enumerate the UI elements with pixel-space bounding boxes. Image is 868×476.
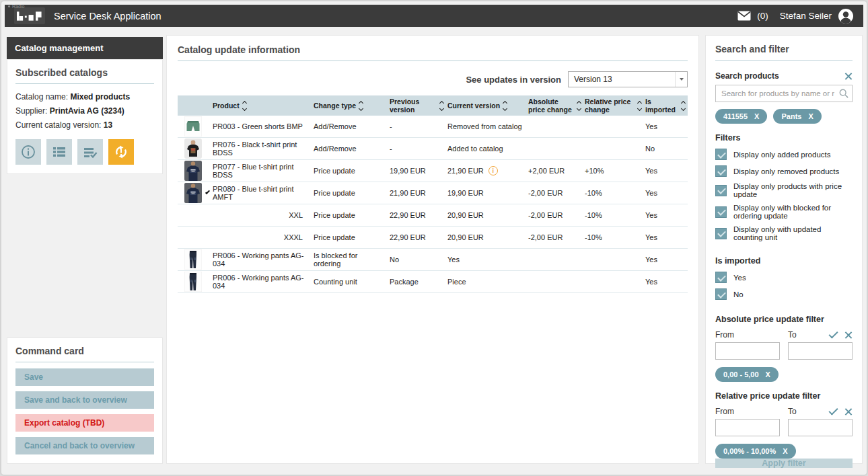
chip-label: 0,00 - 5,00 <box>723 370 759 379</box>
product-thumbnail <box>184 249 202 270</box>
command-button[interactable]: Save and back to overview <box>15 391 154 409</box>
is-imported-title: Is imported <box>715 256 853 266</box>
product-thumbnail <box>184 138 202 159</box>
command-button[interactable]: Cancel and back to overview <box>15 437 154 454</box>
product-image-work-pants <box>184 249 202 270</box>
product-cell: PR006 - Working pants AG-034 <box>213 274 314 290</box>
subscribed-catalogs-title: Subscribed catalogs <box>15 67 154 84</box>
user-name[interactable]: Stefan Seiler <box>780 11 832 21</box>
field-value: Mixed products <box>70 92 130 102</box>
sort-icon[interactable] <box>440 102 443 110</box>
table-row: PR006 - Working pants AG-034 Is blocked … <box>178 249 688 271</box>
command-card-title: Command card <box>15 346 154 362</box>
product-thumb-cell <box>178 272 213 292</box>
search-filter-panel: Search and filter Search products 411555… <box>705 35 863 464</box>
table-column-header[interactable]: Previous version <box>390 97 447 114</box>
sort-icon[interactable] <box>577 102 581 110</box>
clear-search-icon[interactable] <box>844 72 853 81</box>
chip-close-icon[interactable]: X <box>783 447 787 455</box>
field-value: 13 <box>104 120 112 130</box>
table-column-header[interactable]: Is imported <box>645 97 689 114</box>
checkbox[interactable] <box>715 185 727 196</box>
rel-filter-confirm-icon[interactable] <box>828 405 838 415</box>
change-type-cell: Add/Remove <box>314 122 390 130</box>
chip-label: 411555 <box>723 112 748 120</box>
checkbox[interactable] <box>715 288 727 300</box>
sort-icon[interactable] <box>359 102 363 110</box>
sidebar-header-catalog-management: Catalog management <box>7 37 163 59</box>
table-column-header[interactable]: Product <box>213 102 314 110</box>
sort-icon[interactable] <box>682 102 685 110</box>
filter-option: Display only with updated counting unit <box>715 225 853 241</box>
user-avatar-icon[interactable] <box>838 8 854 24</box>
sort-icon[interactable] <box>503 102 507 110</box>
product-cell: PR080 - Blue t-shirt print AMFT <box>213 185 314 201</box>
abs-from-input[interactable] <box>715 342 780 360</box>
checkbox[interactable] <box>715 165 727 177</box>
filters-checkbox-list: Display only added products Display only… <box>715 149 853 247</box>
catalog-info-field: Supplier: PrintAvia AG (3234) <box>15 104 154 118</box>
imported-option: Yes <box>715 272 853 283</box>
previous-version-cell: 22,90 EUR <box>390 233 447 241</box>
checkbox[interactable] <box>715 206 727 218</box>
table-column-header[interactable]: Current version <box>447 102 528 110</box>
list-check-icon <box>83 145 98 159</box>
catalog-sync-alert-button[interactable] <box>108 139 134 165</box>
filters-title: Filters <box>715 133 853 143</box>
table-column-header[interactable]: Relative price change <box>585 97 645 114</box>
column-header-label: Previous version <box>390 97 437 114</box>
checkbox-label: Display only with blocked for ordering u… <box>733 204 853 220</box>
catalog-validate-button[interactable] <box>77 139 103 165</box>
catalog-info-field: Catalog name: Mixed products <box>15 90 154 104</box>
checkbox[interactable] <box>715 149 727 160</box>
mail-icon[interactable] <box>737 11 751 21</box>
rel-to-input[interactable] <box>788 419 853 436</box>
table-row: PR080 - Blue t-shirt print AMFT Price up… <box>178 182 688 204</box>
rel-range-chip[interactable]: 0,00% - 10,00% X <box>715 444 796 459</box>
previous-version-cell: - <box>390 122 447 130</box>
rel-filter-clear-icon[interactable] <box>844 407 853 416</box>
abs-range-chip[interactable]: 0,00 - 5,00 X <box>715 367 779 382</box>
column-header-label: Product <box>213 102 240 110</box>
apply-filter-button[interactable]: Apply filter <box>715 459 853 468</box>
abs-to-input[interactable] <box>788 342 853 360</box>
command-buttons: Save Save and back to overview Export ca… <box>15 368 154 454</box>
catalog-list-button[interactable] <box>46 139 72 165</box>
current-version-value: 20,90 EUR <box>447 211 484 219</box>
relative-price-filter-title: Relative price update filter <box>715 391 853 401</box>
checkbox[interactable] <box>715 228 727 239</box>
app-title: Service Desk Application <box>54 11 161 22</box>
abs-filter-confirm-icon[interactable] <box>828 329 838 338</box>
search-chip[interactable]: Pants X <box>773 109 821 124</box>
sort-icon[interactable] <box>243 102 246 110</box>
command-button[interactable]: Export catalog (TBD) <box>15 414 154 432</box>
rel-from-input[interactable] <box>715 419 780 436</box>
command-button[interactable]: Save <box>15 368 154 386</box>
price-info-icon[interactable]: i <box>489 166 498 175</box>
table-row: PR006 - Working pants AG-034 Counting un… <box>178 271 688 293</box>
product-thumbnail <box>184 161 202 181</box>
search-chip[interactable]: 411555 X <box>715 109 767 124</box>
chip-close-icon[interactable]: X <box>754 112 759 120</box>
table-column-header[interactable]: Change type <box>314 102 390 110</box>
sort-icon[interactable] <box>638 102 641 110</box>
change-type-cell: Add/Remove <box>314 145 390 153</box>
version-select[interactable]: Version 13 <box>568 71 688 87</box>
checkbox[interactable] <box>715 272 727 283</box>
product-cell: PR003 - Green shorts BMP <box>213 122 314 130</box>
chip-close-icon[interactable]: X <box>766 370 770 379</box>
catalog-update-panel: Catalog update information See updates i… <box>166 35 699 464</box>
relative-price-change-cell: +10% <box>585 167 645 175</box>
previous-version-cell: No <box>390 255 447 264</box>
expand-row-chevron-icon[interactable] <box>205 190 210 194</box>
current-version-cell: Piece i <box>447 278 528 286</box>
catalog-info-button[interactable] <box>15 139 41 165</box>
chip-close-icon[interactable]: X <box>808 112 813 120</box>
table-column-header[interactable]: Absolute price change <box>528 97 585 114</box>
column-header-label: Is imported <box>645 97 678 114</box>
table-row: XXXL Price update 22,90 EUR 20,90 EUR i … <box>178 227 688 249</box>
search-input[interactable] <box>715 85 853 102</box>
logo-icon <box>17 11 42 22</box>
previous-version-cell: 21,90 EUR <box>390 189 447 197</box>
abs-filter-clear-icon[interactable] <box>844 331 853 340</box>
